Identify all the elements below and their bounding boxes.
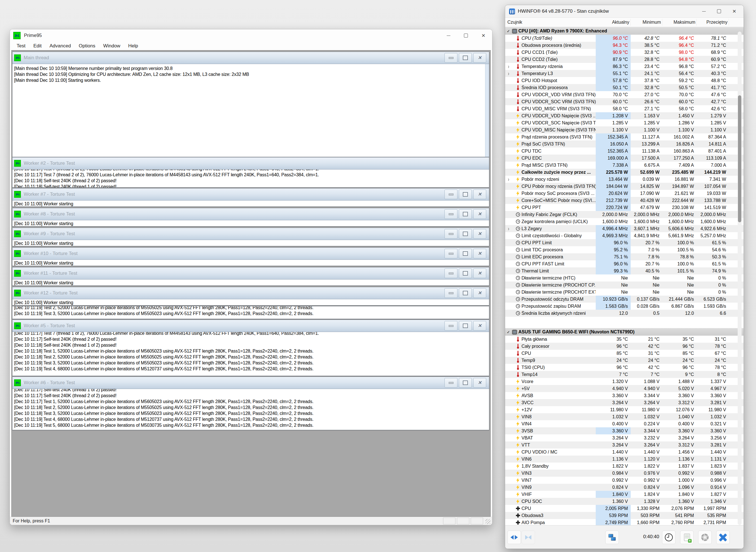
sensor-row[interactable]: CPU Pobór mocy rdzenia (SVI3 TFN)184.044… [505,183,744,190]
maximize-icon[interactable] [457,29,475,42]
sensor-row[interactable]: +12V11.980 V11.980 V12.076 V11.980 V [505,406,744,413]
sensor-row[interactable]: Temp924 °C24 °C24 °C24 °C [505,357,744,364]
child-titlebar[interactable]: Worker #11 - Torture Test✕ [12,267,489,280]
menu-item-options[interactable]: Options [75,43,99,49]
settings-button[interactable] [698,531,712,544]
sensor-row[interactable]: CPU VDD_MISC Napięcie (SVI3 TFN)1.100 V1… [505,126,744,133]
sensor-row[interactable]: Thermal Limit99.3 %40.5 %101.5 %74.9 % [505,267,744,274]
child-titlebar[interactable]: Worker #2 - Torture Test [12,157,489,169]
section-header[interactable]: ✓CPU [#0]: AMD Ryzen 9 7900X: Enhanced [505,27,744,35]
child-titlebar[interactable]: Worker #7 - Torture Test✕ [12,188,489,200]
resize-grip[interactable] [485,519,490,524]
hwinfo-titlebar[interactable]: HWiNFO® 64 v8.28-5770 - Stan czujników ✕ [505,5,744,17]
restore-icon[interactable] [459,269,472,278]
child-titlebar[interactable]: Worker #5 - Torture Test✕ [12,320,489,332]
column-header-0[interactable]: Czujnik [507,20,596,25]
sensor-row[interactable]: VIN40.400 V0.224 V0.400 V0.321 V [505,420,744,427]
sensor-row[interactable]: VIN90.824 V0.824 V1.096 V0.914 V [505,484,744,491]
sensor-row[interactable]: Średnia IOD procesora50.1 °C32.8 °C50.5 … [505,84,744,91]
scrollbar[interactable] [738,32,742,525]
menu-item-advanced[interactable]: Advanced [45,43,75,49]
sensor-row[interactable]: VIN30.984 V0.976 V0.992 V0.988 V [505,470,744,477]
sensor-row[interactable]: Zegar kontrolera pamięci (UCLK)1,600.0 M… [505,218,744,225]
column-header-3[interactable]: Maksimum [662,19,697,26]
restore-icon[interactable] [459,189,472,199]
sensor-row[interactable]: CPU VDDIO / MC1.440 V1.440 V1.456 V1.440… [505,448,744,455]
minimize-icon[interactable] [696,6,712,17]
child-titlebar[interactable]: Worker #8 - Torture Test✕ [12,208,489,220]
close-icon[interactable]: ✕ [473,229,486,239]
sensor-row[interactable]: Cały procesor96 °C42 °C96 °C78 °C [505,343,744,350]
close-icon[interactable]: ✕ [727,6,742,17]
sensor-row[interactable]: Obudowa procesora (średnia)94.3 °C38.5 °… [505,42,744,49]
sensor-row[interactable]: CPU IOD Hotspot57.8 °C37.8 °C59.2 °C48.8… [505,77,744,84]
sensor-row[interactable]: VIN81.032 V1.032 V1.040 V1.032 V [505,413,744,420]
restore-icon[interactable] [459,249,472,258]
close-icon[interactable]: ✕ [475,29,492,42]
close-icon[interactable]: ✕ [473,269,486,278]
restore-icon[interactable] [459,209,472,219]
scrollbar-thumb[interactable] [738,95,741,222]
restore-icon[interactable] [459,321,472,330]
sensor-row[interactable]: AVSB3.360 V3.344 V3.360 V3.360 V [505,392,744,399]
sensor-row[interactable]: CPU85 °C31 °C85 °C67 °C [505,350,744,357]
minimize-icon[interactable] [445,189,458,199]
expand-chevron-icon[interactable]: › [508,176,515,182]
prime95-titlebar[interactable]: Prime95 ✕ [10,29,492,42]
minimize-icon[interactable] [445,249,458,258]
sensor-row[interactable]: Dławienie termiczne (HTC)NieNieNie0 % [505,274,744,281]
close-icon[interactable]: ✕ [473,378,486,388]
sensor-row[interactable]: ›L3 Zegary4,996.4 MHz3,607.1 MHz5,606.6 … [505,225,744,232]
sensor-row[interactable]: CPU VDDCR_SOC Napięcie (SVI3 T...1.285 V… [505,119,744,126]
collapse-columns-button[interactable] [521,531,535,544]
expand-chevron-icon[interactable]: › [508,225,515,232]
sensor-row[interactable]: CPU CCD2 (Tdie)87.9 °C28.8 °C94.8 °C60.9… [505,56,744,63]
sensor-row[interactable]: Całkowite zużycie mocy przez ...225.578 … [505,169,744,176]
menu-item-help[interactable]: Help [124,43,142,49]
sensor-row[interactable]: 3VSB3.360 V3.344 V3.360 V3.360 V [505,427,744,434]
menu-item-test[interactable]: Test [13,43,29,49]
column-header-4[interactable]: Przeciętny [697,19,729,26]
sensor-row[interactable]: Średnia liczba aktywnych rdzeni12.00.512… [505,310,744,317]
expand-columns-button[interactable] [507,531,521,544]
exit-button[interactable] [716,531,730,544]
sensor-row[interactable]: CPU CCD1 (Tdie)90.9 °C32.8 °C98.0 °C68.9… [505,49,744,56]
expand-chevron-icon[interactable]: › [508,70,515,77]
minimize-icon[interactable] [445,269,458,278]
remote-monitoring-button[interactable] [605,531,619,544]
sensor-row[interactable]: Obudowa3539 RPM503 RPM541 RPM535 RPM [505,512,744,519]
close-icon[interactable]: ✕ [473,249,486,258]
sensor-row[interactable]: CPU VDDCR_SOC VRM (SVI3 TFN)60.0 °C26.6 … [505,98,744,105]
sensor-row[interactable]: Przepustowość odczytu DRAM10.923 GB/s0.1… [505,296,744,303]
sensor-row[interactable]: Temp147 °C7 °C9 °C8 °C [505,371,744,378]
report-button[interactable] [680,531,694,544]
sensor-row[interactable]: Core+SoC+MISC Pobór mocy (SVI...212.739 … [505,197,744,204]
sensor-row[interactable]: Płyta główna35 °C21 °C35 °C31 °C [505,336,744,343]
sensor-row[interactable]: CPU2,005 RPM1,330 RPM2,076 RPM1,997 RPM [505,505,744,512]
sensor-row[interactable]: CPU VDDCR_VDD VRM (SVI3 TFN)70.0 °C27.0 … [505,91,744,98]
restore-icon[interactable] [459,288,472,298]
sensor-row[interactable]: ›Temperatury L355.1 °C24.1 °C56.4 °C40.3… [505,70,744,77]
minimize-icon[interactable] [445,378,458,388]
sensor-row[interactable]: Prąd SoC (SVI3 TFN)16.050 A13.299 A16.82… [505,140,744,147]
sensor-row[interactable]: +5V4.940 V4.940 V5.020 V4.967 V [505,385,744,392]
sensor-row[interactable]: Przepustowość zapisu DRAM1.563 GB/s0.028… [505,303,744,310]
section-header[interactable]: ✓ASUS TUF GAMING B650-E WIFI (Nuvoton NC… [505,328,744,336]
close-icon[interactable]: ✕ [473,189,486,199]
minimize-icon[interactable] [445,229,458,239]
sensor-row[interactable]: ›Temperatury rdzenia86.3 °C23.4 °C96.8 °… [505,63,744,70]
sensor-row[interactable]: TSI0 (CPU)96 °C42 °C96 °C78 °C [505,364,744,371]
column-header-2[interactable]: Minimum [631,19,662,26]
close-icon[interactable]: ✕ [473,209,486,219]
sensor-row[interactable]: Prąd rdzenia procesora (SVI3 TFN)152.345… [505,133,744,140]
restore-icon[interactable] [459,378,472,388]
sensor-row[interactable]: CPU VDD_MISC VRM (SVI3 TFN)58.0 °C27.1 °… [505,105,744,112]
sensor-row[interactable]: VIN61.136 V1.120 V1.136 V1.131 V [505,455,744,462]
sensor-row[interactable]: AIO Pompa2,749 RPM1,660 RPM2,760 RPM2,73… [505,519,744,525]
scrollbar[interactable] [485,64,489,157]
sensor-row[interactable]: Vcore1.320 V1.088 V1.488 V1.337 V [505,378,744,385]
sensor-row[interactable]: VHIF1.840 V1.824 V1.840 V1.827 V [505,491,744,498]
sensor-row[interactable]: CPU VDDCR_VDD Napięcie (SVI3 ...1.208 V1… [505,112,744,119]
menu-item-window[interactable]: Window [99,43,124,49]
minimize-icon[interactable] [445,288,458,298]
